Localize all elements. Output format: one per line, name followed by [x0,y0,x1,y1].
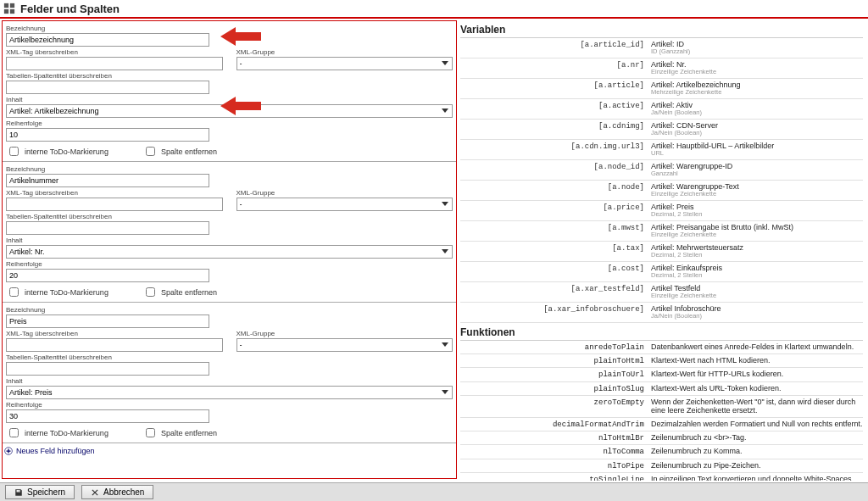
reihenfolge-input[interactable] [6,128,209,142]
spaltentitel-input[interactable] [6,81,209,94]
reference-row[interactable]: [a.mwst]Artikel: Preisangabe ist Brutto … [460,221,863,242]
label-xmlgruppe: XML-Gruppe [236,330,453,337]
reference-value: Artikel: Warengruppe-IDGanzzahl [651,162,863,178]
bezeichnung-input[interactable] [6,315,209,328]
close-icon [91,488,99,497]
cancel-label: Abbrechen [103,487,144,497]
reference-row[interactable]: [a.cdn.img.url3]Artikel: Hauptbild-URL –… [460,140,863,160]
spaltentitel-input[interactable] [6,362,209,376]
xmlgruppe-select[interactable]: - [236,338,453,352]
reference-row[interactable]: nlToCommaZeilenumbruch zu Komma. [460,445,863,459]
page-title: Felder und Spalten [20,3,120,15]
reference-value: Artikel: AktivJa/Nein (Boolean) [651,101,863,117]
reference-value: Artikel: CDN-ServerJa/Nein (Boolean) [651,121,863,137]
reference-row[interactable]: [a.xar_testfeld]Artikel TestfeldEinzeili… [460,282,863,303]
reference-value: Artikel InfobroschüreJa/Nein (Boolean) [651,304,863,320]
label-inhalt: Inhalt [6,377,453,385]
reference-row[interactable]: plainToHtmlKlartext-Wert nach HTML kodie… [460,354,863,368]
delete-checkbox[interactable] [146,287,155,297]
xmltag-input[interactable] [6,198,223,211]
inhalt-select[interactable]: Artikel: Nr. [6,245,453,259]
label-spaltentitel: Tabellen-Spaltentitel überschreiben [6,353,453,361]
delete-checkbox[interactable] [146,147,155,156]
delete-checkbox[interactable] [146,428,155,437]
reference-value: Artikel: IDID (Ganzzahl) [651,40,863,56]
reference-row[interactable]: [a.cdnimg]Artikel: CDN-ServerJa/Nein (Bo… [460,120,863,140]
reference-row[interactable]: [a.tax]Artikel: MehrwertsteuersatzDezima… [460,242,863,262]
delete-checkbox-label[interactable]: Spalte entfernen [142,426,217,440]
svg-rect-2 [4,9,8,14]
reference-row[interactable]: zeroToEmptyWenn der Zeichenketten-Wert "… [460,396,863,418]
bezeichnung-input[interactable] [6,33,209,47]
reference-row[interactable]: anredeToPlainDatenbankwert eines Anrede-… [460,341,863,354]
save-button[interactable]: Speichern [5,485,75,499]
delete-checkbox-label[interactable]: Spalte entfernen [142,285,217,299]
label-inhalt: Inhalt [6,237,453,244]
todo-checkbox-label[interactable]: interne ToDo-Markierung [6,426,108,440]
reihenfolge-input[interactable] [6,409,209,423]
reference-value: Artikel: PreisDezimal, 2 Stellen [651,203,863,219]
reference-row[interactable]: [a.article]Artikel: ArtikelbezeichnungMe… [460,79,863,99]
reference-value: Datenbankwert eines Anrede-Feldes in Kla… [651,342,863,352]
reference-key: [a.nr] [617,61,644,70]
todo-checkbox-label[interactable]: interne ToDo-Markierung [6,285,108,299]
bezeichnung-input[interactable] [6,174,209,187]
reference-row[interactable]: plainToSlugKlartext-Wert als URL-Token k… [460,382,863,396]
inhalt-select[interactable]: Artikel: Preis [6,386,453,399]
reference-key: plainToSlug [594,385,644,393]
todo-checkbox[interactable] [9,287,19,297]
svg-rect-3 [10,9,14,14]
reference-key: zeroToEmpty [594,398,644,407]
todo-checkbox-label[interactable]: interne ToDo-Markierung [6,144,108,159]
variables-heading: Variablen [460,20,863,38]
label-reihenfolge: Reihenfolge [6,401,453,409]
add-field-link[interactable]: Neues Feld hinzufügen [3,443,456,459]
reference-value: Artikel TestfeldEinzeilige Zeichenkette [651,284,863,300]
plus-icon [4,447,13,455]
delete-checkbox-label[interactable]: Spalte entfernen [142,144,217,159]
inhalt-select[interactable]: Artikel: Artikelbezeichnung [6,104,453,118]
reference-row[interactable]: nlToHtmlBrZeilenumbruch zu <br>-Tag. [460,431,863,445]
label-inhalt: Inhalt [6,96,453,103]
reference-row[interactable]: decimalFormatAndTrimDezimalzahlen werden… [460,418,863,431]
reihenfolge-input[interactable] [6,269,209,282]
reference-row[interactable]: plainToUrlKlartext-Wert für HTTP-URLs ko… [460,368,863,381]
reference-row[interactable]: [a.active]Artikel: AktivJa/Nein (Boolean… [460,99,863,120]
cancel-button[interactable]: Abbrechen [81,485,153,499]
spaltentitel-input[interactable] [6,221,209,235]
reference-row[interactable]: [a.nr]Artikel: Nr.Einzeilige Zeichenkett… [460,58,863,79]
reference-key: plainToUrl [598,370,644,379]
save-icon [14,488,23,497]
xmltag-input[interactable] [6,57,223,70]
reference-value: Artikel: Nr.Einzeilige Zeichenkette [651,60,863,76]
reference-key: [a.node_id] [594,163,644,171]
svg-rect-1 [10,3,14,8]
reference-key: nlToPipe [608,462,644,470]
reference-key: anredeToPlain [585,343,644,352]
reference-key: [a.cdnimg] [598,122,644,131]
xmlgruppe-select[interactable]: - [236,198,453,211]
reference-row[interactable]: [a.article_id]Artikel: IDID (Ganzzahl) [460,38,863,58]
reference-row[interactable]: [a.node_id]Artikel: Warengruppe-IDGanzza… [460,160,863,181]
reference-row[interactable]: [a.price]Artikel: PreisDezimal, 2 Stelle… [460,201,863,221]
reference-row[interactable]: [a.xar_infobroschuere]Artikel Infobrosch… [460,303,863,323]
reference-row[interactable]: [a.node]Artikel: Warengruppe-TextEinzeil… [460,181,863,201]
reference-row[interactable]: [a.cost]Artikel: EinkaufspreisDezimal, 2… [460,262,863,282]
label-xmlgruppe: XML-Gruppe [236,48,453,56]
todo-checkbox[interactable] [9,428,19,437]
reference-key: [a.xar_infobroschuere] [543,305,644,314]
label-reihenfolge: Reihenfolge [6,120,453,127]
reference-row[interactable]: toSingleLineIn einzeiligen Text konverti… [460,473,863,481]
label-xmltag: XML-Tag überschreiben [6,330,223,337]
reference-key: [a.active] [598,102,644,110]
reference-row[interactable]: nlToPipeZeilenumbruch zu Pipe-Zeichen. [460,459,863,473]
label-bezeichnung: Bezeichnung [6,165,453,173]
fields-editor: BezeichnungXML-Tag überschreibenXML-Grup… [2,20,457,479]
field-block: BezeichnungXML-Tag überschreibenXML-Grup… [3,303,456,443]
reference-value: Wenn der Zeichenketten-Wert "0" ist, dan… [651,398,863,415]
reference-key: [a.tax] [612,244,644,253]
functions-heading: Funktionen [460,323,863,341]
xmltag-input[interactable] [6,338,223,352]
xmlgruppe-select[interactable]: - [236,57,453,70]
todo-checkbox[interactable] [9,147,19,156]
